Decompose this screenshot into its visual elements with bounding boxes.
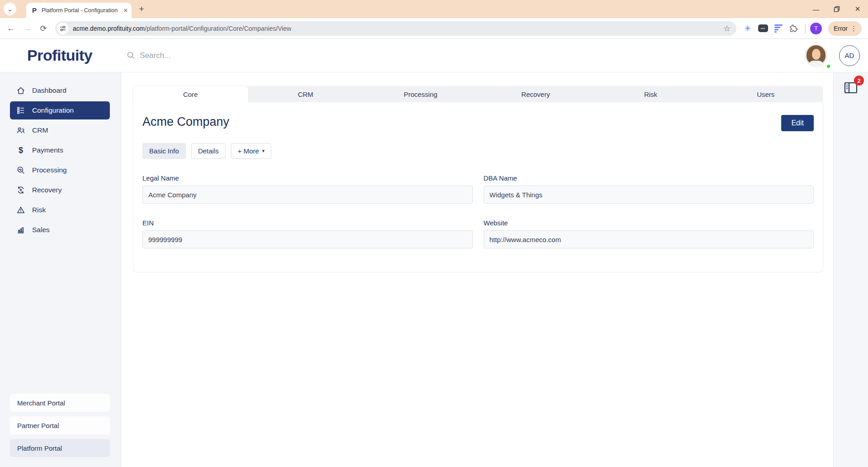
legal-name-field: Legal Name [142,174,473,204]
portal-button-label: Partner Portal [17,422,59,429]
sidebar-item-label: Dashboard [32,86,66,95]
tab-core[interactable]: Core [133,86,248,102]
ein-input[interactable] [142,230,473,248]
sidebar-item-configuration[interactable]: Configuration [10,101,110,119]
extension-filter-bars-icon[interactable] [772,22,785,35]
extensions-puzzle-icon[interactable] [787,22,801,35]
website-field: Website [484,219,814,248]
error-label: Error [834,25,848,32]
forward-button[interactable]: → [20,21,34,36]
extension-captions-icon[interactable]: ••• [756,22,770,35]
search-icon [127,51,135,60]
dba-name-label: DBA Name [484,174,814,182]
partner-portal-button[interactable]: Partner Portal [10,416,110,434]
extension-asterisk-icon[interactable]: ✳ [741,22,755,35]
sidebar-item-label: CRM [32,126,48,134]
right-panel-strip: 2 [833,72,868,467]
tab-search-button[interactable]: ⌄ [4,3,16,15]
tab-crm[interactable]: CRM [248,86,363,102]
url-text: acme.demo.profituity.com/platform-portal… [73,25,291,32]
website-label: Website [484,219,814,227]
portal-button-label: Platform Portal [17,444,62,452]
tab-recovery[interactable]: Recovery [478,86,594,102]
page-title: Acme Company [142,115,229,129]
portal-button-label: Merchant Portal [17,399,65,407]
config-list-icon [16,106,25,115]
toolbar-separator [805,24,806,33]
notification-count-badge: 2 [854,76,864,86]
recycle-gear-icon [16,186,25,195]
reload-button[interactable]: ⟳ [36,21,51,36]
sidebar-item-processing[interactable]: Processing [10,161,110,179]
sidebar-item-label: Recovery [32,186,61,194]
online-status-dot [826,64,831,69]
search-input[interactable] [140,51,257,60]
browser-profile-avatar[interactable]: T [810,23,822,34]
profituity-logo: Profituity [27,47,92,64]
sidebar-item-sales[interactable]: Sales [10,221,110,239]
app-header: Profituity AD [0,39,868,72]
sidebar-item-label: Configuration [32,106,74,114]
sidebar-item-crm[interactable]: CRM [10,121,110,139]
people-icon [16,126,25,135]
new-tab-button[interactable]: + [135,3,148,15]
browser-error-menu[interactable]: Error ⋮ [828,21,862,36]
merchant-portal-button[interactable]: Merchant Portal [10,394,110,412]
tab-close-icon[interactable]: ✕ [123,7,128,14]
basic-info-button[interactable]: Basic Info [142,143,186,159]
url-domain: acme.demo.profituity.com [73,25,145,32]
tune-icon [59,25,66,32]
browser-toolbar: ← → ⟳ acme.demo.profituity.com/platform-… [0,18,868,39]
module-tabbar: Core CRM Processing Recovery Risk Users [133,86,823,102]
sidebar-item-risk[interactable]: Risk [10,201,110,219]
bookmark-star-icon[interactable]: ☆ [720,22,734,35]
dollar-icon: $ [16,146,25,155]
site-info-button[interactable] [57,23,69,34]
tab-processing[interactable]: Processing [363,86,478,102]
tab-users[interactable]: Users [708,86,824,102]
section-buttons: Basic Info Details + More ▾ [142,143,814,159]
notifications-panel-button[interactable]: 2 [843,80,859,98]
sidebar-item-label: Risk [32,206,46,214]
sidebar-item-dashboard[interactable]: Dashboard [10,81,110,100]
company-card: Acme Company Edit Basic Info Details + M… [133,102,823,272]
search-pulse-icon [16,166,25,175]
browser-tab[interactable]: P Platform Portal - Configuration ✕ [26,3,132,18]
tab-title: Platform Portal - Configuration [42,7,121,14]
back-button[interactable]: ← [4,21,18,36]
close-window-button[interactable]: ✕ [847,0,868,18]
user-avatar[interactable] [805,44,827,67]
minimize-button[interactable]: — [806,0,826,18]
company-form: Legal Name DBA Name EIN Website [142,174,814,248]
platform-portal-button[interactable]: Platform Portal [10,439,110,457]
main-content: Core CRM Processing Recovery Risk Users … [121,72,833,467]
dba-name-input[interactable] [484,186,814,204]
sidebar-item-label: Processing [32,166,67,174]
dba-name-field: DBA Name [484,174,814,204]
plus-icon: + [139,4,144,14]
website-input[interactable] [484,230,814,248]
address-bar[interactable]: acme.demo.profituity.com/platform-portal… [55,21,736,36]
legal-name-input[interactable] [142,186,473,204]
url-path: /platform-portal/Configuration/Core/Comp… [145,25,291,32]
restore-button[interactable] [826,0,847,18]
sidebar-item-recovery[interactable]: Recovery [10,181,110,199]
kebab-menu-icon[interactable]: ⋮ [848,24,860,33]
sidebar-item-label: Sales [32,226,50,234]
more-dropdown-button[interactable]: + More ▾ [231,143,272,159]
favicon-p-icon: P [31,7,38,14]
details-button[interactable]: Details [191,143,226,159]
bar-chart-icon [16,225,25,234]
caret-down-icon: ▾ [262,148,265,154]
edit-button[interactable]: Edit [781,115,814,131]
restore-icon [834,6,840,12]
browser-tab-strip: ⌄ P Platform Portal - Configuration ✕ + … [0,0,868,18]
chevron-down-icon: ⌄ [7,5,13,13]
user-initials-badge[interactable]: AD [839,45,860,66]
sidebar-item-label: Payments [32,146,63,154]
tab-risk[interactable]: Risk [593,86,708,102]
legal-name-label: Legal Name [142,174,473,182]
window-controls: — ✕ [806,0,868,18]
sidebar-item-payments[interactable]: $ Payments [10,141,110,159]
ein-label: EIN [142,219,473,227]
